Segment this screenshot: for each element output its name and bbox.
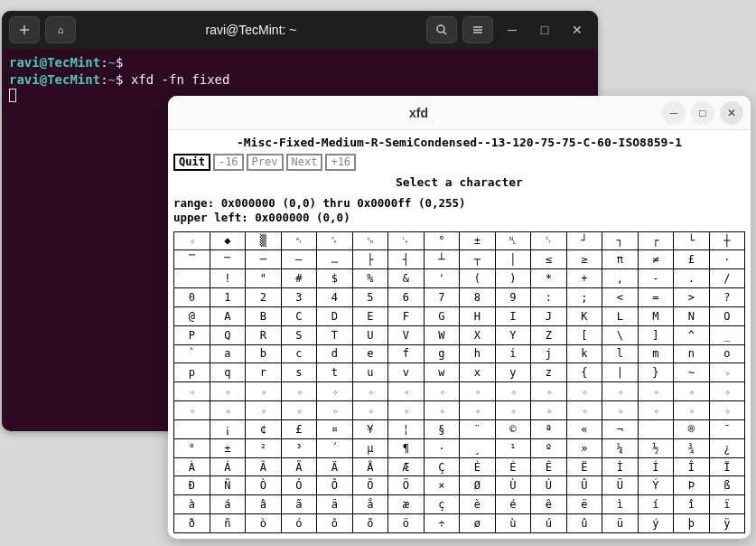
char-cell[interactable]: ± [210, 438, 246, 457]
char-cell[interactable]: ) [495, 269, 531, 288]
char-cell[interactable]: ³ [281, 438, 317, 457]
char-cell[interactable]: í [638, 495, 674, 514]
char-cell[interactable]: ñ [210, 514, 246, 533]
close-button[interactable]: ✕ [720, 101, 743, 125]
char-cell[interactable]: } [638, 363, 674, 382]
char-cell[interactable]: õ [352, 514, 388, 533]
char-cell[interactable]: C [281, 306, 317, 325]
char-cell[interactable]: _ [709, 325, 745, 344]
char-cell[interactable]: ␍ [352, 231, 388, 250]
char-cell[interactable]: j [531, 344, 567, 363]
char-cell[interactable]: ┐ [602, 231, 639, 250]
char-cell[interactable]: i [495, 344, 531, 363]
char-cell[interactable]: è [460, 495, 496, 514]
char-cell[interactable]: Ï [709, 457, 745, 476]
char-cell[interactable]: Ö [388, 476, 425, 495]
char-cell[interactable]: | [602, 363, 639, 382]
char-cell[interactable]: y [495, 363, 531, 382]
char-cell[interactable]: Ô [317, 476, 353, 495]
char-cell[interactable]: ⋄ [709, 382, 745, 401]
char-cell[interactable]: ? [709, 288, 745, 307]
char-cell[interactable]: T [317, 325, 353, 344]
char-cell[interactable]: û [566, 514, 602, 533]
char-cell[interactable]: ì [602, 495, 639, 514]
char-cell[interactable]: q [210, 363, 246, 382]
char-cell[interactable]: @ [174, 306, 210, 325]
char-cell[interactable]: æ [388, 495, 425, 514]
char-cell[interactable]: 9 [495, 288, 531, 307]
char-cell[interactable]: ­ [638, 419, 674, 438]
char-cell[interactable]: ! [210, 269, 246, 288]
char-cell[interactable]: r [246, 363, 282, 382]
char-cell[interactable]: e [352, 344, 388, 363]
char-cell[interactable]: w [424, 363, 460, 382]
char-cell[interactable]: F [388, 306, 425, 325]
char-cell[interactable]: = [638, 288, 674, 307]
char-cell[interactable]: ≠ [638, 250, 674, 269]
char-cell[interactable]: ø [460, 514, 496, 533]
char-cell[interactable]: ( [460, 269, 496, 288]
char-cell[interactable]: é [495, 495, 531, 514]
char-cell[interactable]: ⋄ [281, 382, 317, 401]
char-cell[interactable]: ⋄ [602, 401, 639, 420]
char-cell[interactable]: : [531, 288, 567, 307]
char-cell[interactable]: ¼ [602, 438, 639, 457]
char-cell[interactable]: ⎼ [281, 250, 317, 269]
char-cell[interactable]: P [174, 325, 210, 344]
char-cell[interactable]: [ [566, 325, 602, 344]
char-cell[interactable]: ⋄ [424, 401, 460, 420]
char-cell[interactable]: X [460, 325, 496, 344]
char-cell[interactable]: » [566, 438, 602, 457]
quit-button[interactable]: Quit [173, 154, 210, 171]
char-cell[interactable]: n [674, 344, 710, 363]
char-cell[interactable]: ¥ [352, 419, 388, 438]
char-cell[interactable]: Ç [424, 457, 460, 476]
char-cell[interactable]: î [674, 495, 710, 514]
char-cell[interactable]: I [495, 306, 531, 325]
char-cell[interactable]: ≥ [566, 250, 602, 269]
char-cell[interactable]: ù [495, 514, 531, 533]
char-cell[interactable]: § [424, 419, 460, 438]
char-cell[interactable]: ◆ [210, 231, 246, 250]
char-cell[interactable]: ¯ [709, 419, 745, 438]
char-cell[interactable]: $ [317, 269, 353, 288]
char-cell[interactable]: ° [174, 438, 210, 457]
char-cell[interactable]: ⋄ [246, 401, 282, 420]
char-cell[interactable]: # [281, 269, 317, 288]
char-cell[interactable]: ' [424, 269, 460, 288]
char-cell[interactable]: Ò [246, 476, 282, 495]
char-cell[interactable]: Ñ [210, 476, 246, 495]
char-cell[interactable]: U [352, 325, 388, 344]
char-cell[interactable]: Þ [674, 476, 710, 495]
char-cell[interactable]: ⋄ [424, 382, 460, 401]
char-cell[interactable] [174, 419, 210, 438]
char-cell[interactable]: ␤ [495, 231, 531, 250]
hamburger-menu-button[interactable] [462, 16, 493, 43]
char-cell[interactable]: ┴ [424, 250, 460, 269]
char-cell[interactable]: ⋄ [317, 401, 353, 420]
maximize-button[interactable]: □ [531, 16, 558, 43]
char-cell[interactable]: ô [317, 514, 353, 533]
char-cell[interactable]: · [709, 250, 745, 269]
char-cell[interactable]: ⋄ [566, 382, 602, 401]
char-cell[interactable]: + [566, 269, 602, 288]
char-cell[interactable]: å [352, 495, 388, 514]
char-cell[interactable]: k [566, 344, 602, 363]
char-cell[interactable]: S [281, 325, 317, 344]
char-cell[interactable]: ¬ [602, 419, 639, 438]
char-cell[interactable]: Ð [174, 476, 210, 495]
char-cell[interactable]: Å [352, 457, 388, 476]
char-cell[interactable]: ⋄ [531, 401, 567, 420]
char-cell[interactable]: ⋄ [246, 382, 282, 401]
char-cell[interactable]: 4 [317, 288, 353, 307]
char-cell[interactable]: > [674, 288, 710, 307]
minimize-button[interactable]: ─ [499, 16, 526, 43]
char-cell[interactable]: 6 [388, 288, 425, 307]
char-cell[interactable]: º [531, 438, 567, 457]
char-cell[interactable]: ⋄ [674, 401, 710, 420]
char-cell[interactable]: ¶ [388, 438, 425, 457]
char-cell[interactable]: * [531, 269, 567, 288]
char-cell[interactable]: ⋄ [210, 382, 246, 401]
char-cell[interactable]: D [317, 306, 353, 325]
char-cell[interactable]: V [388, 325, 425, 344]
